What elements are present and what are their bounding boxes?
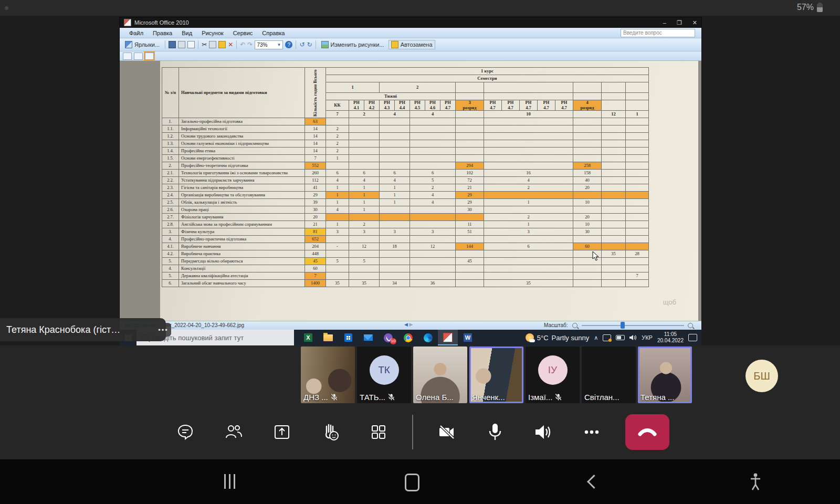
- prev-next-buttons[interactable]: ◀ ▶: [404, 322, 413, 327]
- action-center-icon[interactable]: [688, 334, 697, 341]
- taskbar-app-chrome[interactable]: [398, 330, 418, 345]
- taskbar-app-store[interactable]: [338, 330, 358, 345]
- menu-item[interactable]: Рисунок: [197, 29, 228, 37]
- table-row: 2.1.Технологія приготування їжі з основа…: [162, 170, 649, 177]
- participant-tile[interactable]: Олена Б...: [413, 346, 467, 403]
- help-icon[interactable]: ?: [285, 41, 292, 48]
- accessibility-button[interactable]: [748, 472, 763, 491]
- participant-tile[interactable]: Янченк...: [469, 346, 523, 403]
- participant-tile[interactable]: ІУІзмаї...: [526, 346, 580, 403]
- shortcuts-button[interactable]: Ярлыки...: [123, 40, 162, 49]
- recent-apps-button[interactable]: [224, 474, 235, 489]
- table-cell: 2.7.: [162, 214, 179, 221]
- tray-volume-icon[interactable]: [629, 334, 637, 341]
- taskbar-app-mail[interactable]: [358, 330, 378, 345]
- table-cell: 21: [456, 184, 484, 192]
- minimize-button[interactable]: –: [663, 19, 666, 26]
- table-cell: [410, 272, 456, 280]
- share-screen-button[interactable]: [267, 417, 297, 447]
- participant-tile[interactable]: ДНЗ ...: [301, 346, 355, 403]
- table-cell: [573, 236, 602, 243]
- undo-icon[interactable]: ↶: [240, 41, 245, 48]
- end-call-button[interactable]: [625, 414, 669, 450]
- zoom-slider-thumb[interactable]: [621, 322, 625, 329]
- weather-widget[interactable]: 5°C Partly sunny: [526, 333, 589, 342]
- view-filmstrip-icon[interactable]: [134, 52, 143, 60]
- zoom-slider-track[interactable]: [582, 325, 684, 326]
- restore-button[interactable]: ❐: [677, 19, 682, 26]
- camera-toggle-button[interactable]: [432, 417, 461, 447]
- taskbar-app-excel[interactable]: X: [298, 330, 318, 345]
- redo-icon[interactable]: ↷: [247, 41, 253, 48]
- table-cell: [326, 118, 349, 125]
- zoom-select[interactable]: 73%▼: [255, 40, 283, 49]
- menu-item[interactable]: Сервис: [229, 29, 257, 37]
- menu-item[interactable]: Файл: [125, 29, 148, 37]
- view-thumbnails-icon[interactable]: [123, 52, 132, 60]
- table-cell: [573, 155, 602, 162]
- menu-item[interactable]: Вид: [177, 29, 196, 37]
- cut-icon[interactable]: ✂: [202, 41, 207, 48]
- taskbar-app-word[interactable]: W: [458, 330, 478, 345]
- participants-button[interactable]: [219, 417, 248, 447]
- taskbar-app-edge[interactable]: [418, 330, 438, 345]
- share-screen-icon: [272, 423, 291, 442]
- copy-icon[interactable]: [209, 41, 216, 48]
- participant-tile[interactable]: Тетяна ...: [638, 346, 692, 403]
- taskbar-app-picture-manager[interactable]: [438, 330, 458, 345]
- paste-icon[interactable]: [218, 41, 226, 48]
- zoom-in-icon[interactable]: [688, 323, 693, 328]
- delete-icon[interactable]: ✕: [228, 41, 233, 48]
- rotate-left-icon[interactable]: ↺: [299, 41, 304, 48]
- mail-icon[interactable]: [187, 41, 195, 48]
- tray-display-icon[interactable]: [603, 334, 611, 341]
- table-cell: [602, 148, 626, 155]
- chat-button[interactable]: [171, 417, 200, 447]
- autocorrect-button[interactable]: Автозамена: [388, 40, 435, 49]
- edit-pictures-button[interactable]: Изменить рисунки...: [319, 40, 386, 49]
- table-cell: 2: [410, 184, 456, 192]
- menu-item[interactable]: Справка: [258, 29, 289, 37]
- table-cell: № з/п: [162, 68, 179, 118]
- taskbar-app-viber[interactable]: 10: [378, 330, 398, 345]
- taskbar-app-explorer[interactable]: [318, 330, 338, 345]
- table-cell: РН4.7: [538, 100, 555, 111]
- table-cell: Виробнича практика: [179, 250, 305, 258]
- mic-toggle-button[interactable]: [480, 417, 510, 447]
- table-cell: 2.8.: [162, 221, 179, 228]
- zoom-out-icon[interactable]: [572, 323, 578, 328]
- table-cell: 4.: [162, 236, 179, 243]
- table-cell: [602, 125, 626, 133]
- tray-expand-icon[interactable]: ∧: [594, 334, 598, 341]
- tray-battery-icon[interactable]: [616, 335, 625, 340]
- rotate-right-icon[interactable]: ↻: [307, 41, 312, 48]
- speaker-more-button[interactable]: •••: [155, 323, 171, 337]
- language-indicator[interactable]: УКР: [642, 334, 653, 341]
- apps-button[interactable]: [364, 417, 393, 447]
- save-icon[interactable]: [169, 41, 176, 48]
- table-cell: 2: [326, 148, 349, 155]
- participant-tile[interactable]: ТКТАТЬ...: [357, 346, 411, 403]
- ask-question-input[interactable]: Введите вопрос: [621, 29, 695, 37]
- back-button[interactable]: [587, 475, 601, 489]
- office-title-bar[interactable]: Microsoft Office 2010 – ❐ ✕: [120, 17, 701, 28]
- table-cell: [602, 228, 626, 236]
- table-cell: 1.1.: [162, 125, 179, 133]
- table-cell: [602, 206, 626, 214]
- taskbar-clock[interactable]: 11:05 20.04.2022: [657, 331, 684, 344]
- view-single-icon[interactable]: [145, 52, 154, 60]
- table-cell: Фізіологія харчування: [179, 214, 305, 221]
- avatar[interactable]: БШ: [746, 360, 778, 392]
- table-cell: [410, 118, 456, 125]
- print-icon[interactable]: [178, 41, 185, 48]
- home-button[interactable]: [405, 474, 419, 491]
- apps-grid-icon: [369, 423, 388, 442]
- speaker-button[interactable]: [529, 417, 558, 447]
- table-cell: 4.2.: [162, 250, 179, 258]
- more-options-button[interactable]: [577, 417, 606, 447]
- participant-tile[interactable]: Світлан...: [582, 346, 636, 403]
- reactions-button[interactable]: [316, 417, 345, 447]
- close-button[interactable]: ✕: [692, 19, 697, 26]
- table-cell: 45: [305, 258, 326, 265]
- menu-item[interactable]: Правка: [149, 29, 176, 37]
